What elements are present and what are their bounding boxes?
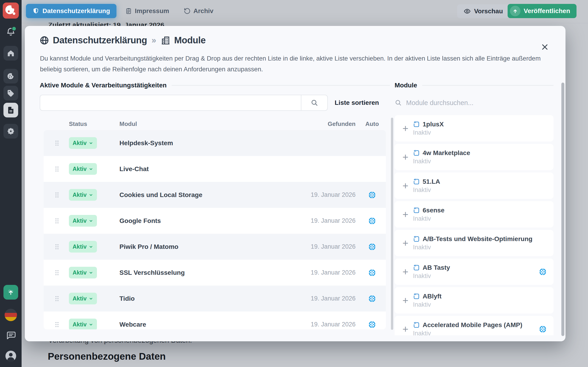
sort-list-button[interactable]: Liste sortieren <box>335 95 379 111</box>
add-module-button[interactable]: + <box>400 123 411 133</box>
available-module-card[interactable]: + A/B-Tests und Website-Optimierung Inak… <box>395 230 553 256</box>
status-dropdown[interactable]: Aktiv <box>69 163 97 175</box>
add-module-button[interactable]: + <box>400 295 411 306</box>
tab-archiv[interactable]: Archiv <box>184 4 213 18</box>
module-booklet-icon <box>413 121 420 128</box>
status-dropdown[interactable]: Aktiv <box>69 293 97 304</box>
sidebar-item-cookies[interactable] <box>3 69 18 83</box>
shield-icon <box>32 8 39 15</box>
globe-icon <box>40 35 49 45</box>
drag-handle-icon[interactable] <box>54 243 69 250</box>
found-date: 19. Januar 2026 <box>300 191 355 198</box>
module-search-input[interactable] <box>406 99 553 107</box>
status-label: Aktiv <box>73 321 86 328</box>
module-status: Inaktiv <box>413 273 450 280</box>
module-booklet-icon <box>413 322 420 328</box>
active-module-row[interactable]: Aktiv Google Fonts 19. Januar 2026 <box>44 208 386 234</box>
available-module-card[interactable]: + 4w Marketplace Inaktiv <box>395 144 553 170</box>
drag-handle-icon[interactable] <box>54 166 69 173</box>
add-module-button[interactable]: + <box>400 152 411 162</box>
user-avatar[interactable] <box>4 350 17 362</box>
auto-detected-icon <box>361 217 383 225</box>
close-icon[interactable] <box>541 43 549 51</box>
module-list-scrollbar[interactable] <box>561 83 564 336</box>
drag-handle-icon[interactable] <box>54 321 69 328</box>
status-dropdown[interactable]: Aktiv <box>69 137 97 149</box>
active-modules-search-input[interactable] <box>40 95 301 111</box>
sidebar-item-documents[interactable] <box>3 103 18 117</box>
available-module-card[interactable]: + ABlyft Inaktiv <box>395 287 553 314</box>
publish-button[interactable]: Veröffentlichen <box>508 4 577 18</box>
drag-handle-icon[interactable] <box>54 295 69 302</box>
found-date: 19. Januar 2026 <box>300 295 355 302</box>
available-module-card[interactable]: + 51.LA Inaktiv <box>395 173 553 199</box>
module-name: ABlyft <box>423 293 441 300</box>
eye-icon <box>464 8 471 15</box>
add-module-button[interactable]: + <box>400 209 411 219</box>
sidebar-publish-button[interactable] <box>3 285 18 300</box>
available-module-card[interactable]: + 1plusX Inaktiv <box>395 115 553 142</box>
flag-stripe-red <box>5 313 17 317</box>
status-dropdown[interactable]: Aktiv <box>69 319 97 329</box>
status-dropdown[interactable]: Aktiv <box>69 267 97 278</box>
chevron-down-icon <box>89 322 93 327</box>
status-dropdown[interactable]: Aktiv <box>69 241 97 252</box>
chevron-down-icon <box>89 270 93 275</box>
add-module-button[interactable]: + <box>400 181 411 191</box>
drag-handle-icon[interactable] <box>54 269 69 276</box>
chat-support-icon[interactable] <box>6 330 16 341</box>
active-module-row[interactable]: Aktiv Tidio 19. Januar 2026 <box>44 286 386 311</box>
active-module-row[interactable]: Aktiv Live-Chat <box>44 156 386 182</box>
status-dropdown[interactable]: Aktiv <box>69 189 97 201</box>
gear-icon <box>6 127 15 135</box>
module-name: Cookies und Local Storage <box>120 191 300 199</box>
app-logo[interactable] <box>3 2 19 19</box>
drag-handle-icon[interactable] <box>54 140 69 147</box>
tab-impressum[interactable]: Impressum <box>125 4 169 18</box>
tab-datenschutzerklaerung[interactable]: Datenschutzerklärung <box>26 4 116 18</box>
chevron-down-icon <box>89 244 93 249</box>
table-scrollbar[interactable] <box>391 118 393 330</box>
available-module-card[interactable]: + AB Tasty Inaktiv <box>395 259 553 285</box>
cloud-upload-icon <box>510 6 520 16</box>
module-name: Accelerated Mobile Pages (AMP) <box>423 321 522 329</box>
module-name: SSL Verschlüsselung <box>120 269 300 276</box>
add-module-button[interactable]: + <box>400 267 411 277</box>
home-icon <box>7 49 15 57</box>
module-search-row <box>395 95 553 110</box>
active-module-row[interactable]: Aktiv Piwik Pro / Matomo 19. Januar 2026 <box>44 234 386 260</box>
active-module-row[interactable]: Aktiv SSL Verschlüsselung 19. Januar 202… <box>44 260 386 286</box>
drag-handle-icon[interactable] <box>54 192 69 198</box>
clipboard-icon <box>125 8 132 15</box>
breadcrumb: Datenschutzerklärung » Module <box>40 35 206 45</box>
chevron-down-icon <box>89 141 93 145</box>
status-dropdown[interactable]: Aktiv <box>69 215 97 227</box>
sidebar <box>0 0 22 367</box>
module-name: Webcare <box>120 321 300 328</box>
active-module-row[interactable]: Aktiv Cookies und Local Storage 19. Janu… <box>44 182 386 208</box>
chevron-down-icon <box>89 167 93 171</box>
preview-button[interactable]: Vorschau <box>457 4 510 18</box>
add-module-button[interactable]: + <box>400 238 411 248</box>
module-booklet-icon <box>413 207 420 214</box>
sidebar-item-tags[interactable] <box>3 86 18 100</box>
module-name: 51.LA <box>423 178 440 185</box>
active-modules-section-header: Aktive Module & Verarbeitungstätigkeiten <box>40 82 390 89</box>
flag-stripe-black <box>5 309 17 313</box>
sidebar-item-home[interactable] <box>3 46 18 60</box>
module-booklet-icon <box>413 236 420 242</box>
notifications-bell-icon[interactable] <box>6 27 16 37</box>
search-button[interactable] <box>301 95 328 111</box>
available-module-card[interactable]: + 6sense Inaktiv <box>395 201 553 227</box>
module-booklet-icon <box>413 150 420 156</box>
active-module-row[interactable]: Aktiv Helpdesk-System <box>44 130 386 156</box>
status-label: Aktiv <box>73 295 86 302</box>
available-module-card[interactable]: + Accelerated Mobile Pages (AMP) Inaktiv <box>395 316 553 335</box>
drag-handle-icon[interactable] <box>54 217 69 224</box>
module-card-main: 1plusX Inaktiv <box>413 121 444 136</box>
active-module-row[interactable]: Aktiv Webcare 19. Januar 2026 <box>44 311 386 329</box>
language-flag-german[interactable] <box>5 309 17 321</box>
module-status: Inaktiv <box>413 301 441 308</box>
add-module-button[interactable]: + <box>400 324 411 334</box>
sidebar-item-settings[interactable] <box>3 124 18 139</box>
